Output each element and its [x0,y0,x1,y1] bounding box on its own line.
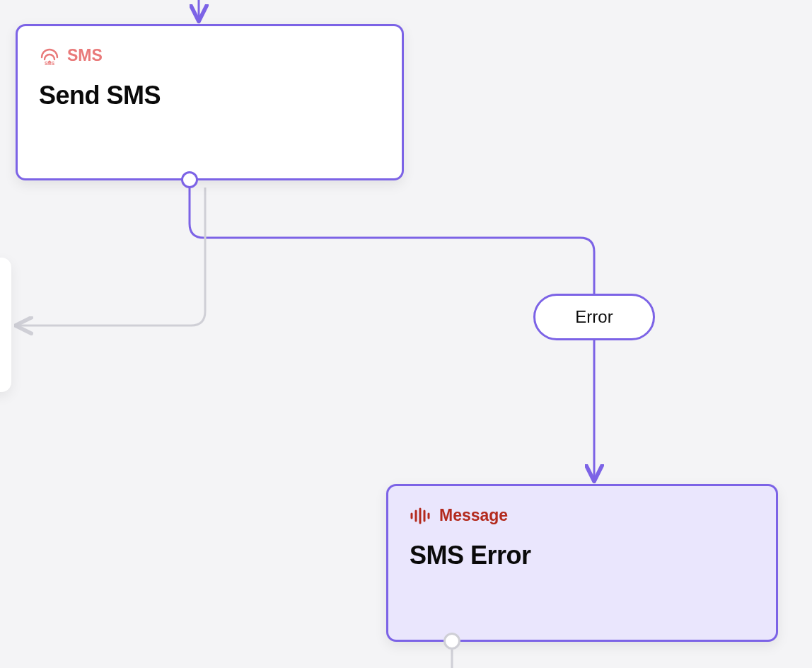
node-type-row: SMS SMS [39,46,381,65]
flow-port-sms-error-out[interactable] [443,633,460,650]
audio-waveform-icon [410,507,432,524]
edge-send-sms-to-left-node [17,188,205,326]
flow-port-send-sms-out[interactable] [181,171,198,188]
edge-send-sms-to-sms-error [190,188,594,480]
flow-node-sms-error[interactable]: Message SMS Error [386,484,778,642]
edge-label-error[interactable]: Error [533,294,655,340]
node-title: SMS Error [410,541,755,570]
node-type-label: SMS [67,46,103,65]
flow-node-fragment[interactable] [0,258,11,392]
flow-node-send-sms[interactable]: SMS SMS Send SMS [16,24,404,180]
sms-icon: SMS [39,47,60,65]
node-type-row: Message [410,506,755,525]
edge-label-text: Error [575,307,613,327]
node-type-label: Message [439,506,508,525]
svg-text:SMS: SMS [45,61,55,65]
node-title: Send SMS [39,81,381,110]
